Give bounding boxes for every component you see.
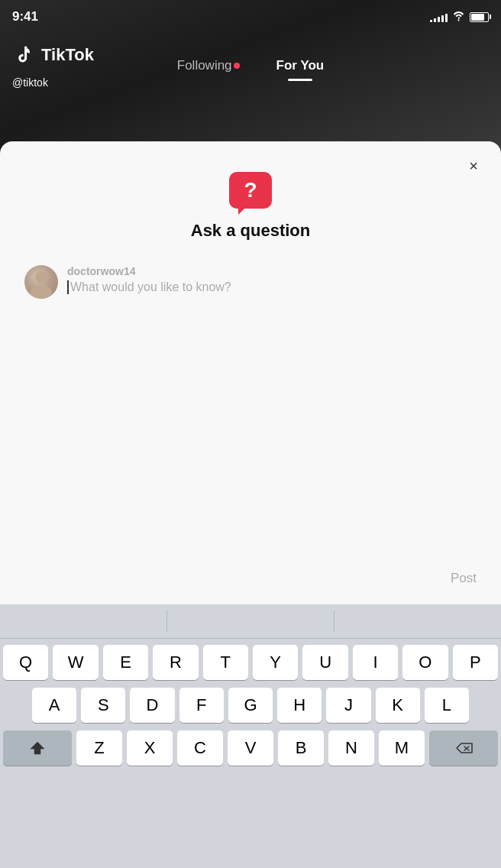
modal-title: Ask a question bbox=[191, 221, 310, 241]
tab-following[interactable]: Following bbox=[159, 52, 258, 79]
text-cursor bbox=[67, 280, 69, 294]
status-icons bbox=[430, 11, 489, 24]
key-r[interactable]: R bbox=[153, 645, 198, 680]
key-l[interactable]: L bbox=[425, 688, 469, 723]
toolbar-divider-right bbox=[334, 611, 335, 632]
key-m[interactable]: M bbox=[379, 730, 425, 766]
avatar bbox=[24, 265, 58, 299]
toolbar-divider-left bbox=[166, 611, 167, 632]
modal-sheet: × ? Ask a question doctorwow14 What woul… bbox=[0, 141, 501, 604]
post-button-area: Post bbox=[444, 568, 483, 589]
status-time: 9:41 bbox=[12, 9, 38, 24]
username-label: doctorwow14 bbox=[67, 265, 477, 277]
key-z[interactable]: Z bbox=[76, 730, 122, 766]
key-x[interactable]: X bbox=[127, 730, 173, 766]
key-row-1: QWERTYUIOP bbox=[3, 645, 498, 680]
key-h[interactable]: H bbox=[277, 688, 322, 723]
close-button[interactable]: × bbox=[461, 154, 486, 178]
status-bar: 9:41 bbox=[0, 0, 501, 34]
keyboard-toolbar bbox=[0, 604, 501, 639]
signal-icon bbox=[430, 11, 448, 22]
wifi-icon bbox=[452, 11, 465, 24]
battery-icon bbox=[470, 12, 489, 22]
key-row-2: ASDFGHJKL bbox=[3, 688, 498, 723]
question-mark-symbol: ? bbox=[244, 180, 257, 201]
key-q[interactable]: Q bbox=[3, 645, 48, 680]
tab-for-you[interactable]: For You bbox=[258, 52, 343, 79]
key-t[interactable]: T bbox=[203, 645, 248, 680]
key-row-3: ZXCVBNM bbox=[3, 730, 498, 766]
key-o[interactable]: O bbox=[402, 645, 448, 680]
key-f[interactable]: F bbox=[179, 688, 224, 723]
modal-content: ? Ask a question doctorwow14 What would … bbox=[0, 141, 501, 299]
key-s[interactable]: S bbox=[81, 688, 125, 723]
input-right: doctorwow14 What would you like to know? bbox=[67, 265, 477, 294]
key-n[interactable]: N bbox=[328, 730, 374, 766]
key-y[interactable]: Y bbox=[253, 645, 298, 680]
key-b[interactable]: B bbox=[278, 730, 324, 766]
key-g[interactable]: G bbox=[228, 688, 273, 723]
key-c[interactable]: C bbox=[177, 730, 223, 766]
key-j[interactable]: J bbox=[326, 688, 370, 723]
question-input-placeholder[interactable]: What would you like to know? bbox=[70, 280, 477, 294]
key-a[interactable]: A bbox=[32, 688, 76, 723]
key-p[interactable]: P bbox=[453, 645, 498, 680]
key-e[interactable]: E bbox=[103, 645, 148, 680]
key-k[interactable]: K bbox=[376, 688, 420, 723]
notification-dot bbox=[234, 63, 240, 69]
key-u[interactable]: U bbox=[302, 645, 347, 680]
key-delete[interactable] bbox=[429, 730, 498, 766]
keyboard: QWERTYUIOP ASDFGHJKL ZXCVBNM bbox=[0, 604, 501, 868]
nav-tabs: Following For You bbox=[0, 52, 501, 79]
key-i[interactable]: I bbox=[353, 645, 398, 680]
avatar-image bbox=[24, 265, 58, 299]
post-button[interactable]: Post bbox=[444, 568, 483, 589]
input-area: doctorwow14 What would you like to know? bbox=[18, 265, 483, 299]
key-d[interactable]: D bbox=[130, 688, 174, 723]
key-shift[interactable] bbox=[3, 730, 72, 766]
keyboard-rows: QWERTYUIOP ASDFGHJKL ZXCVBNM bbox=[0, 639, 501, 769]
key-v[interactable]: V bbox=[228, 730, 273, 766]
question-icon: ? bbox=[229, 172, 272, 209]
key-w[interactable]: W bbox=[53, 645, 98, 680]
